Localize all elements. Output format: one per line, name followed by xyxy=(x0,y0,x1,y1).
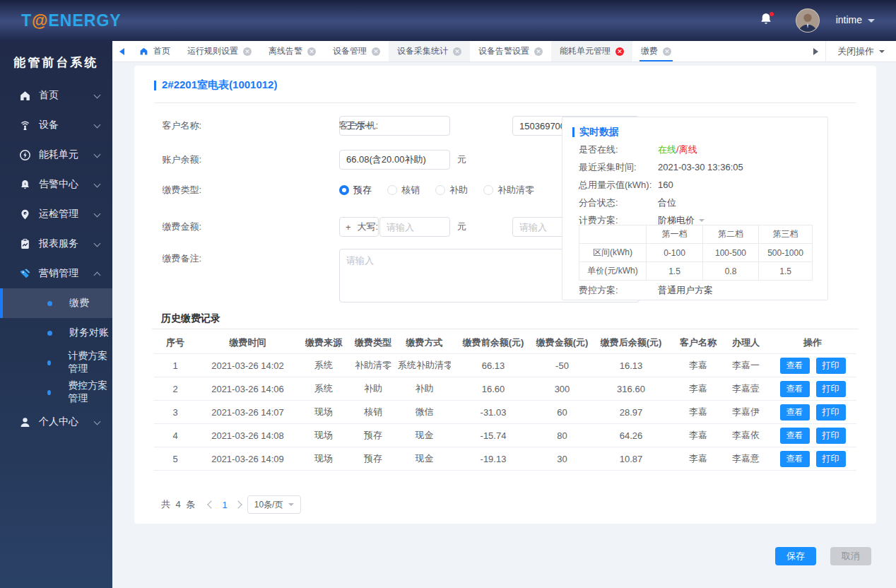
chevron-down-icon xyxy=(94,211,101,218)
print-button[interactable]: 打印 xyxy=(816,358,846,374)
sidebar-subitem-3[interactable]: 费控方案管理 xyxy=(0,377,112,407)
radio-pay-type-2[interactable]: 补助 xyxy=(435,184,468,196)
sidebar-item-0[interactable]: 首页 xyxy=(0,81,112,110)
radio-dot-icon xyxy=(339,185,349,195)
radio-pay-type-3[interactable]: 补助清零 xyxy=(483,184,534,196)
table-cell: 李嘉壹 xyxy=(723,382,769,395)
table-row: 52021-03-26 14:09现场预存现金-19.133010.87李嘉李嘉… xyxy=(154,447,856,471)
online-status-label: 是否在线: xyxy=(579,143,618,156)
view-button[interactable]: 查看 xyxy=(780,451,810,467)
sidebar-item-personal[interactable]: 个人中心 xyxy=(0,407,112,437)
sidebar-item-5[interactable]: 报表服务 xyxy=(0,229,112,259)
inspection-icon xyxy=(19,208,31,220)
tab-2[interactable]: 离线告警 ✕ xyxy=(260,41,324,61)
table-cell: 李嘉 xyxy=(673,429,723,442)
tab-3[interactable]: 设备管理 ✕ xyxy=(324,41,389,61)
print-button[interactable]: 打印 xyxy=(816,404,846,421)
switch-state-value: 合位 xyxy=(658,196,676,209)
table-cell: 核销 xyxy=(348,406,398,418)
fee-plan-value: 普通用户方案 xyxy=(658,284,713,297)
view-button[interactable]: 查看 xyxy=(780,428,810,444)
notification-bell-icon[interactable] xyxy=(759,12,774,29)
table-cell: 李嘉 xyxy=(673,452,723,465)
next-page-icon[interactable] xyxy=(234,500,242,508)
sidebar-item-2[interactable]: 能耗单元 xyxy=(0,140,112,170)
table-cell: 补助清零 xyxy=(348,359,398,372)
tab-1[interactable]: 运行规则设置 ✕ xyxy=(179,41,260,61)
radio-dot-icon xyxy=(387,185,397,195)
avatar[interactable] xyxy=(796,8,820,33)
close-icon[interactable]: ✕ xyxy=(243,47,252,56)
close-icon[interactable]: ✕ xyxy=(615,47,624,56)
close-icon[interactable]: ✕ xyxy=(372,47,380,56)
tier-header-row: 第一档第二档第三档 xyxy=(579,225,813,244)
yuan-unit: 元 xyxy=(457,150,466,170)
radio-pay-type-0[interactable]: 预存 xyxy=(339,184,372,196)
view-button[interactable]: 查看 xyxy=(780,404,810,421)
user-menu-caret-icon[interactable] xyxy=(868,19,875,26)
chevron-down-icon xyxy=(288,503,294,509)
table-cell: -50 xyxy=(536,360,589,371)
print-button[interactable]: 打印 xyxy=(816,451,846,467)
view-button[interactable]: 查看 xyxy=(780,381,810,397)
logo-at-icon: @ xyxy=(32,11,48,30)
tab-6[interactable]: 能耗单元管理 ✕ xyxy=(551,41,632,61)
bullet-dot-icon xyxy=(47,331,52,336)
tier-price-table: 第一档第二档第三档区间(kWh)0-100100-500500-1000单价(元… xyxy=(579,225,813,281)
title-bar-decoration xyxy=(154,81,156,90)
tabs-scroll-right-button[interactable] xyxy=(807,41,825,61)
page-size-select[interactable]: 10条/页 xyxy=(247,495,302,514)
table-cell: 4 xyxy=(154,430,196,441)
sidebar-item-1[interactable]: 设备 xyxy=(0,110,112,140)
tabs-scroll-left-button[interactable] xyxy=(112,41,131,61)
close-icon[interactable]: ✕ xyxy=(453,47,461,56)
chevron-down-icon xyxy=(94,181,101,188)
close-icon[interactable]: ✕ xyxy=(534,47,543,56)
sidebar-subitem-1[interactable]: 财务对账 xyxy=(0,318,112,348)
print-button[interactable]: 打印 xyxy=(816,428,846,444)
save-button[interactable]: 保存 xyxy=(775,547,816,565)
column-header: 客户名称 xyxy=(673,336,723,349)
sidebar-item-3[interactable]: 告警中心 xyxy=(0,170,112,199)
report-icon xyxy=(19,238,31,250)
arrow-left-icon xyxy=(116,48,124,55)
prev-page-icon[interactable] xyxy=(208,500,216,508)
sidebar-subitem-2[interactable]: 计费方案管理 xyxy=(0,348,112,377)
tab-7[interactable]: 缴费 ✕ xyxy=(632,41,680,61)
bullet-dot-icon xyxy=(47,360,51,365)
table-cell: 2021-03-26 14:08 xyxy=(196,430,299,441)
cancel-button[interactable]: 取消 xyxy=(830,547,871,565)
sidebar-subitem-0[interactable]: 缴费 xyxy=(0,288,112,318)
table-cell: 16.60 xyxy=(451,384,536,394)
tab-0[interactable]: 首页 xyxy=(131,41,179,61)
close-icon[interactable]: ✕ xyxy=(307,47,316,56)
view-button[interactable]: 查看 xyxy=(780,358,810,374)
chevron-down-icon xyxy=(94,240,101,247)
balance-field[interactable] xyxy=(339,150,450,170)
customer-name-label: 客户名称: xyxy=(138,116,201,136)
table-cell: 66.13 xyxy=(451,360,536,371)
uppercase-label: 大写: xyxy=(314,217,378,237)
sidebar: 能管前台系统 首页 设备 能耗单元 告警中心 运检管理 报表服务 营销管理 缴费… xyxy=(0,41,112,588)
username[interactable]: intime xyxy=(836,14,862,25)
column-header: 缴费金额(元) xyxy=(536,336,589,349)
page-number[interactable]: 1 xyxy=(220,500,228,510)
table-cell: 李嘉 xyxy=(673,382,723,395)
column-header: 缴费来源 xyxy=(299,336,348,349)
sidebar-item-4[interactable]: 运检管理 xyxy=(0,199,112,229)
table-cell: 现金 xyxy=(398,429,451,442)
sidebar-item-6[interactable]: 营销管理 xyxy=(0,259,112,288)
pay-type-label: 缴费类型: xyxy=(138,180,201,200)
radio-pay-type-1[interactable]: 核销 xyxy=(387,184,420,196)
usage-label: 总用量示值(kWh): xyxy=(579,179,652,192)
table-cell: 系统 xyxy=(299,359,348,372)
tab-5[interactable]: 设备告警设置 ✕ xyxy=(470,41,551,61)
print-button[interactable]: 打印 xyxy=(816,381,846,397)
amount-field[interactable] xyxy=(379,217,450,237)
column-header: 缴费时间 xyxy=(196,336,299,349)
tab-4[interactable]: 设备采集统计 ✕ xyxy=(389,41,470,61)
marketing-icon xyxy=(19,268,31,280)
close-operations-dropdown[interactable]: 关闭操作 xyxy=(825,41,896,61)
table-cell: 1 xyxy=(154,360,196,371)
close-icon[interactable]: ✕ xyxy=(663,47,671,56)
